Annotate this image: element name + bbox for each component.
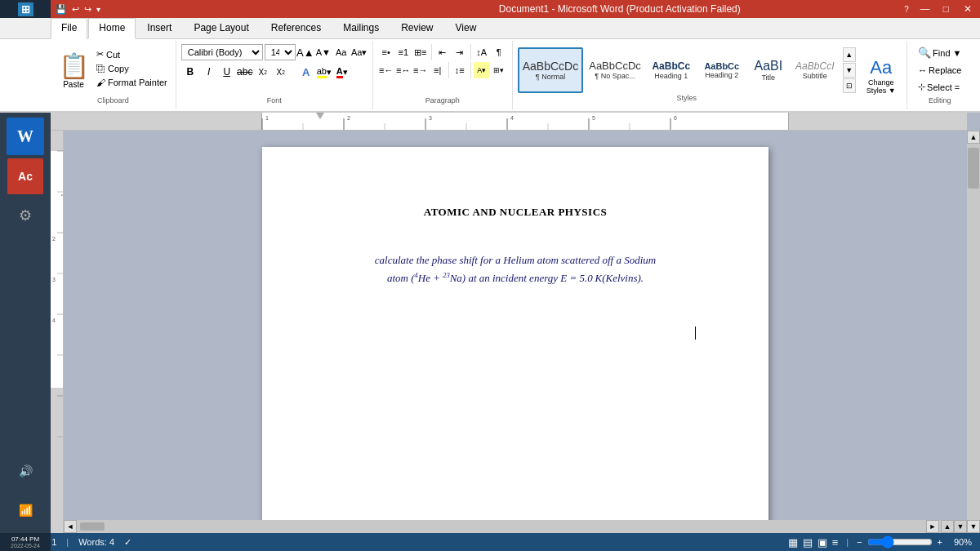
tab-view[interactable]: View: [445, 18, 488, 38]
replace-button[interactable]: ↔ Replace: [914, 63, 965, 78]
help-icon[interactable]: ?: [899, 5, 914, 14]
show-formatting-button[interactable]: ¶: [491, 44, 507, 60]
align-left-button[interactable]: ≡←: [378, 62, 394, 78]
minimize-button[interactable]: —: [914, 3, 937, 15]
spell-check-icon[interactable]: ✓: [124, 537, 131, 548]
tab-file[interactable]: File: [51, 18, 87, 39]
scroll-thumb[interactable]: [968, 148, 979, 189]
horizontal-scrollbar[interactable]: ◄ ► ▲ ▼: [64, 520, 967, 533]
strikethrough-button[interactable]: abc: [237, 64, 253, 80]
font-family-select[interactable]: Calibri (Body): [181, 44, 263, 60]
superscript-button[interactable]: X2: [273, 64, 289, 80]
grow-font-button[interactable]: A▲: [297, 44, 314, 60]
close-button[interactable]: ✕: [956, 3, 980, 15]
paste-button[interactable]: 📋 Paste: [56, 46, 91, 95]
style-subtitle[interactable]: AaBbCcI Subtitle: [791, 47, 840, 93]
tab-review[interactable]: Review: [390, 18, 443, 38]
select-button[interactable]: ⊹ Select =: [914, 79, 965, 95]
style-title[interactable]: AaBI Title: [748, 47, 789, 93]
decrease-indent-button[interactable]: ⇤: [434, 44, 451, 60]
underline-button[interactable]: U: [219, 64, 235, 80]
style-heading1[interactable]: AaBbCc Heading 1: [647, 47, 696, 93]
scroll-up-button[interactable]: ▲: [967, 131, 980, 144]
shrink-font-button[interactable]: A▼: [315, 44, 332, 60]
subscript-button[interactable]: X2: [255, 64, 271, 80]
view-print-layout[interactable]: ▦: [788, 536, 798, 549]
increase-indent-button[interactable]: ⇥: [452, 44, 468, 60]
sort-button[interactable]: ↕A: [474, 44, 490, 60]
document-heading: ATOMIC AND NUCLEAR PHYSICS: [327, 206, 703, 219]
prev-page-button[interactable]: ▲: [941, 520, 954, 533]
cut-button[interactable]: ✂ Cut: [93, 47, 171, 61]
svg-text:2: 2: [347, 115, 350, 121]
quick-access-save[interactable]: 💾: [56, 4, 67, 15]
view-outline[interactable]: ≡: [832, 536, 839, 549]
select-icon: ⊹: [918, 82, 925, 92]
styles-more-button[interactable]: ⊡: [843, 78, 856, 93]
styles-scroll-up[interactable]: ▲: [843, 47, 856, 62]
line-spacing-button[interactable]: ↕≡: [452, 62, 468, 78]
tab-page-layout[interactable]: Page Layout: [183, 18, 259, 38]
windows-start-icon[interactable]: ⊞: [18, 2, 33, 16]
vertical-scrollbar[interactable]: ▲ ▼: [967, 131, 980, 533]
zoom-out-button[interactable]: −: [857, 537, 862, 547]
tab-insert[interactable]: Insert: [136, 18, 182, 38]
italic-button[interactable]: I: [201, 64, 217, 80]
bold-button[interactable]: B: [181, 64, 199, 80]
sidebar-acrobat-icon[interactable]: Ac: [7, 158, 43, 194]
styles-scroll-down[interactable]: ▼: [843, 63, 856, 78]
text-cursor: [695, 327, 696, 340]
maximize-button[interactable]: □: [937, 3, 956, 15]
shading-button[interactable]: A▾: [474, 62, 490, 78]
next-page-button[interactable]: ▼: [954, 520, 967, 533]
quick-access-undo[interactable]: ↩: [72, 4, 79, 15]
sidebar-extra-icon[interactable]: ⚙: [7, 198, 43, 233]
align-right-button[interactable]: ≡→: [412, 62, 429, 78]
format-painter-button[interactable]: 🖌 Format Painter: [93, 76, 171, 89]
paragraph-group-label: Paragraph: [378, 96, 507, 106]
zoom-slider[interactable]: [867, 538, 933, 546]
h-scroll-thumb[interactable]: [80, 522, 105, 531]
borders-button[interactable]: ⊞▾: [491, 62, 507, 78]
zoom-in-button[interactable]: +: [938, 537, 942, 547]
style-heading2[interactable]: AaBbCc Heading 2: [697, 47, 746, 93]
font-size-select[interactable]: 14: [265, 44, 296, 60]
tab-mailings[interactable]: Mailings: [332, 18, 390, 38]
scroll-right-button[interactable]: ►: [926, 520, 939, 533]
sidebar-monitor-icon[interactable]: 📶: [7, 492, 43, 528]
strike-label: abc: [237, 66, 252, 78]
editing-group-label: Editing: [912, 96, 968, 106]
justify-button[interactable]: ≡|: [430, 62, 446, 78]
clear-format-button[interactable]: Aa: [333, 44, 350, 60]
text-effects-button[interactable]: A: [298, 64, 314, 80]
style-normal[interactable]: AaBbCcDc ¶ Normal: [518, 47, 583, 93]
copy-button[interactable]: ⿻ Copy: [93, 62, 171, 75]
view-web-layout[interactable]: ▣: [817, 536, 827, 549]
styles-group-label: Styles: [518, 93, 856, 104]
multilevel-button[interactable]: ⊞≡: [412, 44, 429, 60]
font-color-button[interactable]: A▾: [334, 64, 350, 80]
sidebar-word-icon[interactable]: W: [7, 118, 44, 155]
quick-access-redo[interactable]: ↪: [84, 4, 91, 15]
tab-home[interactable]: Home: [88, 18, 136, 39]
scroll-down-button[interactable]: ▼: [967, 520, 980, 533]
align-center-button[interactable]: ≡↔: [395, 62, 412, 78]
content-line2: atom (4He + 23Na) at an incident energy …: [327, 269, 703, 287]
document-area[interactable]: ATOMIC AND NUCLEAR PHYSICS calculate the…: [64, 131, 967, 533]
view-full-reading[interactable]: ▤: [803, 536, 813, 549]
tab-references[interactable]: References: [261, 18, 332, 38]
scroll-left-button[interactable]: ◄: [64, 520, 77, 533]
style-no-spacing[interactable]: AaBbCcDc ¶ No Spac...: [585, 47, 645, 93]
numbering-button[interactable]: ≡1: [395, 44, 412, 60]
ruler: 1 2 3 4 5 6: [51, 113, 967, 131]
quick-access-dropdown[interactable]: ▾: [96, 5, 100, 14]
sidebar-volume-icon[interactable]: 🔊: [7, 453, 43, 489]
text-highlight-button[interactable]: ab▾: [316, 64, 332, 80]
find-icon: 🔍: [918, 47, 931, 59]
find-button[interactable]: 🔍 Find ▼: [914, 44, 965, 61]
top-area: ⊞ 💾 ↩ ↪ ▾ Document1 - Microsoft Word (Pr…: [0, 0, 980, 113]
svg-text:5: 5: [592, 115, 595, 121]
bullets-button[interactable]: ≡•: [378, 44, 394, 60]
change-styles-button[interactable]: Aa Change Styles ▼: [861, 51, 902, 100]
change-case-button[interactable]: Aa▾: [351, 44, 368, 60]
